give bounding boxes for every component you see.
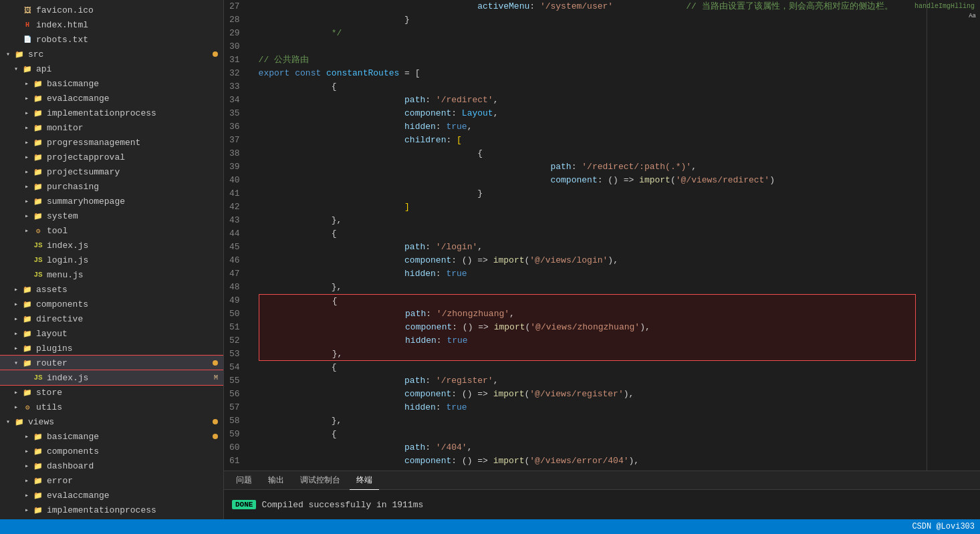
tree-item-implementationprocess2[interactable]: 📁 implementationprocess (0, 503, 223, 517)
tree-item-router[interactable]: 📁 router (0, 356, 223, 370)
code-line: hidden: true (259, 401, 916, 414)
tree-item-monitor[interactable]: 📁 monitor (0, 120, 223, 135)
tree-item-menujs[interactable]: JS menu.js (0, 267, 223, 282)
tree-item-purchasing[interactable]: 📁 purchasing (0, 179, 223, 194)
arrow-icon (3, 49, 13, 59)
tree-item-store[interactable]: 📁 store (0, 385, 223, 400)
code-line: }, (259, 214, 916, 227)
tree-item-views[interactable]: 📁 views (0, 414, 223, 429)
tab-problems[interactable]: 问题 (229, 471, 259, 490)
code-line: path: '/404', (259, 441, 916, 454)
tree-item-dashboard[interactable]: 📁 dashboard (0, 458, 223, 473)
minimap-aa: Aa (966, 13, 979, 19)
tab-output[interactable]: 输出 (261, 471, 291, 490)
item-label: summaryhomepage (47, 196, 223, 207)
tree-item-src[interactable]: 📁 src (0, 47, 223, 61)
tree-item-basicmange[interactable]: 📁 basicmange (0, 76, 223, 91)
code-line: component: () => import('@/views/registe… (259, 388, 916, 401)
terminal-message: Compiled successfully in 1911ms (261, 500, 423, 510)
tab-terminal[interactable]: 终端 (350, 471, 379, 490)
arrow-icon (11, 284, 21, 295)
tree-item-loginjs[interactable]: JS login.js (0, 253, 223, 267)
tree-item-robots[interactable]: 📄 robots.txt (0, 32, 223, 47)
folder-icon: 📁 (32, 505, 44, 515)
arrow-icon (11, 387, 21, 398)
modified-badge: M (214, 374, 218, 382)
folder-icon-store: 📁 (21, 387, 33, 398)
tree-item-projectapproval[interactable]: 📁 projectapproval (0, 150, 223, 164)
item-label: evalaccmange (47, 491, 223, 501)
modified-dot (213, 434, 218, 439)
item-label: assets (36, 285, 223, 295)
tree-item-basicmange2[interactable]: 📁 basicmange (0, 429, 223, 444)
item-label: projectapproval (47, 152, 223, 162)
item-label: system (47, 211, 223, 221)
tree-item-projectsummary[interactable]: 📁 projectsummary (0, 164, 223, 179)
arrow-icon (21, 431, 32, 442)
tree-item-progressmanagement[interactable]: 📁 progressmanagement (0, 135, 223, 150)
folder-icon: 📁 (32, 446, 44, 456)
tree-item-error[interactable]: 📁 error (0, 473, 223, 488)
code-line: component: () => import('@/views/redirec… (259, 174, 916, 187)
item-label: purchasing (47, 182, 223, 192)
code-content-area[interactable]: 2728293031323334353637383940414243444546… (224, 0, 980, 471)
code-line: path: '/zhongzhuang', (259, 307, 916, 321)
folder-icon: 📁 (32, 108, 44, 118)
tree-item-implementationprocess[interactable]: 📁 implementationprocess (0, 106, 223, 120)
tree-item-router-indexjs[interactable]: JS index.js M (0, 370, 223, 385)
folder-icon: 📁 (32, 211, 44, 221)
item-label: src (28, 49, 213, 59)
item-label: evalaccmange (47, 94, 223, 104)
tree-item-directive[interactable]: 📁 directive (0, 311, 223, 326)
tree-item-utils[interactable]: ⚙ utils (0, 400, 223, 414)
tree-item-api[interactable]: 📁 api (0, 61, 223, 76)
code-line: hidden: true (259, 334, 916, 348)
code-line: ] (259, 201, 916, 214)
tree-item-tool[interactable]: ⚙ tool (0, 223, 223, 238)
item-label: index.html (36, 20, 223, 30)
code-line: path: '/login', (259, 241, 916, 254)
folder-icon-layout: 📁 (21, 328, 33, 339)
arrow-icon (21, 475, 32, 486)
tree-item-evalaccmange[interactable]: 📁 evalaccmange (0, 91, 223, 106)
code-line: path: '/redirect/:path(.*)', (259, 160, 916, 174)
tree-item-summaryhomepage[interactable]: 📁 summaryhomepage (0, 194, 223, 209)
arrow-icon (11, 299, 21, 309)
code-line: component: () => import('@/views/login')… (259, 254, 916, 267)
item-label: error (47, 476, 223, 486)
tab-debug-console[interactable]: 调试控制台 (293, 471, 347, 490)
tree-item-indexhtml[interactable]: H index.html (0, 17, 223, 32)
arrow-icon (11, 358, 21, 368)
code-line: component: () => import('@/views/zhongzh… (259, 321, 916, 334)
code-line: hidden: true (259, 267, 916, 281)
file-icon-js: JS (32, 240, 44, 251)
folder-icon: 📁 (32, 460, 44, 471)
item-label-router: router (36, 358, 213, 368)
tree-item-layout[interactable]: 📁 layout (0, 326, 223, 341)
tree-item-monitor2[interactable]: 📁 monitor (0, 517, 223, 519)
folder-icon-plugins: 📁 (21, 343, 33, 354)
arrow-icon (21, 78, 32, 89)
code-line: component: Layout, (259, 107, 916, 120)
tree-item-system[interactable]: 📁 system (0, 209, 223, 223)
tree-item-indexjs1[interactable]: JS index.js (0, 238, 223, 253)
folder-icon: 📁 (32, 78, 44, 89)
file-explorer: 🖼 favicon.ico H index.html 📄 robots.txt … (0, 0, 224, 519)
tree-item-assets[interactable]: 📁 assets (0, 282, 223, 297)
terminal-tabs: 问题 输出 调试控制台 终端 (224, 471, 980, 490)
code-line: */ (259, 27, 916, 40)
arrow-icon (21, 181, 32, 192)
folder-icon: 📁 (32, 181, 44, 192)
arrow-icon (21, 93, 32, 104)
tree-item-evalaccmange2[interactable]: 📁 evalaccmange (0, 488, 223, 503)
folder-icon: 📁 (32, 152, 44, 162)
tree-item-plugins[interactable]: 📁 plugins (0, 341, 223, 356)
arrow-icon (21, 505, 32, 515)
tree-item-favicon[interactable]: 🖼 favicon.ico (0, 3, 223, 17)
file-icon-js: JS (32, 269, 44, 280)
arrow-icon (11, 63, 21, 74)
tree-item-components2[interactable]: 📁 components (0, 444, 223, 458)
tree-item-components[interactable]: 📁 components (0, 297, 223, 311)
item-label: directive (36, 314, 223, 324)
item-label: basicmange (47, 432, 213, 442)
